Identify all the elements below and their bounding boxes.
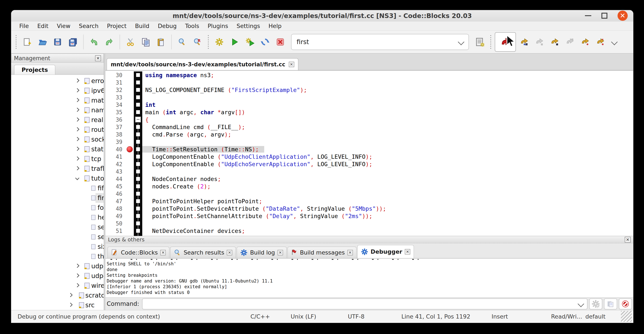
breakpoint-margin[interactable] bbox=[126, 235, 134, 236]
paste-icon[interactable] bbox=[154, 34, 168, 50]
tree-item-tcp[interactable]: tcp bbox=[11, 154, 104, 164]
redo-icon[interactable] bbox=[102, 34, 116, 50]
chevron-right-icon[interactable] bbox=[75, 283, 80, 287]
tree-item-wire[interactable]: wire bbox=[11, 281, 104, 290]
close-tab-icon[interactable]: ✕ bbox=[405, 249, 410, 254]
tree-item-tuto[interactable]: tuto bbox=[11, 174, 104, 183]
breakpoint-margin[interactable] bbox=[126, 168, 134, 175]
step-into-icon[interactable] bbox=[548, 34, 562, 50]
panel-splitter[interactable] bbox=[104, 54, 106, 310]
fold-margin[interactable] bbox=[134, 175, 142, 183]
find-icon[interactable] bbox=[175, 34, 189, 50]
chevron-right-icon[interactable] bbox=[75, 273, 80, 278]
close-panel-icon[interactable]: ✕ bbox=[625, 237, 631, 243]
toolbar-grip[interactable] bbox=[14, 35, 18, 49]
chevron-right-icon[interactable] bbox=[75, 78, 80, 83]
tree-item-rout[interactable]: rout bbox=[11, 125, 104, 135]
chevron-right-icon[interactable] bbox=[75, 156, 80, 161]
tree-item-fo[interactable]: fo bbox=[11, 203, 104, 213]
chevron-right-icon[interactable] bbox=[75, 147, 80, 151]
step-out-icon[interactable] bbox=[563, 34, 577, 50]
fold-margin[interactable] bbox=[134, 183, 142, 190]
chevron-down-icon[interactable] bbox=[458, 39, 464, 45]
code-editor[interactable]: 30using namespace ns3;3132NS_LOG_COMPONE… bbox=[106, 71, 633, 236]
tree-item-se[interactable]: se bbox=[11, 222, 104, 232]
tree-item-udp-[interactable]: udp- bbox=[11, 271, 104, 281]
menu-build[interactable]: Build bbox=[132, 22, 153, 30]
chevron-right-icon[interactable] bbox=[68, 303, 72, 307]
breakpoint-margin[interactable] bbox=[126, 101, 134, 109]
cut-icon[interactable] bbox=[124, 34, 138, 50]
tree-item-ipv6[interactable]: ipv6 bbox=[11, 86, 104, 96]
run-to-cursor-icon[interactable] bbox=[517, 34, 531, 50]
tree-item-he[interactable]: he bbox=[11, 213, 104, 222]
menu-help[interactable]: Help bbox=[265, 22, 285, 30]
close-tab-icon[interactable]: ✕ bbox=[160, 250, 166, 255]
tree-item-trafl[interactable]: trafl bbox=[11, 164, 104, 174]
fold-margin[interactable] bbox=[134, 131, 142, 138]
resize-grip[interactable] bbox=[621, 311, 632, 322]
breakpoint-icon[interactable] bbox=[126, 146, 133, 152]
title-bar[interactable]: mnt/dev/tools/source/ns-3-dev/examples/t… bbox=[11, 10, 633, 22]
fold-margin[interactable] bbox=[134, 138, 142, 146]
breakpoint-margin[interactable] bbox=[126, 190, 134, 197]
fold-margin[interactable] bbox=[134, 160, 142, 168]
fold-margin[interactable] bbox=[134, 86, 142, 94]
chevron-right-icon[interactable] bbox=[68, 293, 72, 297]
breakpoint-margin[interactable] bbox=[126, 79, 134, 86]
close-tab-icon[interactable]: ✕ bbox=[289, 62, 294, 67]
tree-item-erro[interactable]: erro bbox=[11, 76, 104, 86]
tab-projects[interactable]: Projects bbox=[14, 65, 55, 75]
fold-margin[interactable] bbox=[134, 235, 142, 236]
close-tab-icon[interactable]: ✕ bbox=[227, 250, 232, 255]
fold-margin[interactable] bbox=[134, 109, 142, 116]
command-input[interactable] bbox=[146, 301, 578, 307]
fold-margin[interactable] bbox=[134, 212, 142, 220]
chevron-right-icon[interactable] bbox=[75, 88, 80, 92]
close-tab-icon[interactable]: ✕ bbox=[348, 250, 353, 255]
log-tab-search-results[interactable]: Search results✕ bbox=[170, 247, 236, 258]
breakpoint-margin[interactable] bbox=[126, 227, 134, 235]
chevron-right-icon[interactable] bbox=[75, 98, 80, 102]
tree-item-stat[interactable]: stat bbox=[11, 144, 104, 154]
toolbar-grip[interactable] bbox=[489, 35, 492, 49]
toolbar-overflow-chevron[interactable] bbox=[611, 39, 618, 45]
breakpoint-margin[interactable] bbox=[126, 197, 134, 205]
chevron-right-icon[interactable] bbox=[75, 264, 80, 268]
menu-debug[interactable]: Debug bbox=[154, 22, 180, 30]
breakpoint-margin[interactable] bbox=[126, 175, 134, 183]
chevron-down-icon[interactable] bbox=[578, 300, 584, 307]
step-into-instruction-icon[interactable] bbox=[594, 34, 608, 50]
build-target-combo[interactable] bbox=[291, 34, 469, 50]
menu-settings[interactable]: Settings bbox=[233, 22, 264, 30]
save-all-icon[interactable] bbox=[66, 34, 80, 50]
fold-margin[interactable] bbox=[134, 94, 142, 101]
debug-continue-icon[interactable] bbox=[495, 32, 516, 52]
fold-margin[interactable] bbox=[134, 123, 142, 131]
tree-item-six[interactable]: six bbox=[11, 242, 104, 251]
toolbar-grip[interactable] bbox=[207, 35, 210, 49]
replace-icon[interactable]: R bbox=[190, 34, 204, 50]
fold-margin[interactable] bbox=[134, 153, 142, 160]
fold-margin[interactable] bbox=[134, 190, 142, 197]
chevron-right-icon[interactable] bbox=[75, 127, 80, 131]
menu-search[interactable]: Search bbox=[76, 22, 102, 30]
next-instruction-icon[interactable] bbox=[578, 34, 592, 50]
fold-collapse-icon[interactable] bbox=[135, 117, 141, 123]
tree-item-udp[interactable]: udp bbox=[11, 261, 104, 271]
fold-margin[interactable] bbox=[134, 71, 142, 79]
tree-item-scratch[interactable]: scratch bbox=[11, 290, 104, 300]
log-tab-build-messages[interactable]: Build messages✕ bbox=[288, 247, 356, 258]
fold-margin[interactable] bbox=[134, 220, 142, 227]
editor-tab-first-cc[interactable]: mnt/dev/tools/source/ns-3-dev/examples/t… bbox=[107, 58, 298, 70]
chevron-down-icon[interactable] bbox=[75, 176, 80, 180]
fold-margin[interactable] bbox=[134, 205, 142, 212]
tree-item-reall[interactable]: reall bbox=[11, 115, 104, 125]
fold-margin[interactable] bbox=[134, 227, 142, 235]
chevron-right-icon[interactable] bbox=[75, 137, 80, 141]
next-line-icon[interactable] bbox=[532, 34, 546, 50]
build-and-run-icon[interactable] bbox=[243, 34, 257, 50]
fold-margin[interactable] bbox=[134, 168, 142, 175]
menu-file[interactable]: File bbox=[16, 22, 32, 30]
tree-item-se[interactable]: se bbox=[11, 232, 104, 242]
